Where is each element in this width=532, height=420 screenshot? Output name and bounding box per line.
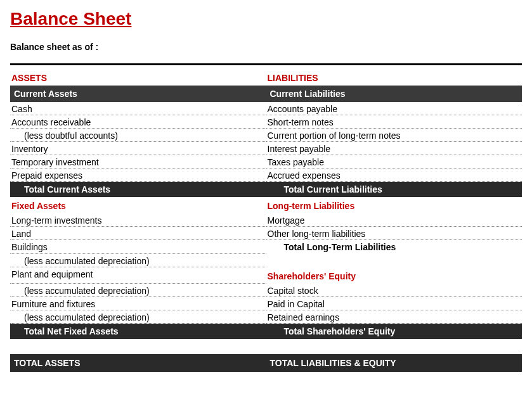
asset-item: Land xyxy=(10,227,266,240)
line-row: (less accumulated depreciation) Retained… xyxy=(10,310,522,324)
line-row: (less accumulated depreciation) xyxy=(10,254,522,267)
spacer xyxy=(10,339,522,354)
line-row: Buildings Total Long-Term Liabilities xyxy=(10,240,522,254)
fixed-longterm-heading-row: Fixed Assets Long-term Liabilities xyxy=(10,197,522,213)
line-row: Cash Accounts payable xyxy=(10,102,522,115)
line-row: Long-term investments Mortgage xyxy=(10,213,522,227)
liability-item: Accounts payable xyxy=(266,102,522,115)
line-row: Furniture and fixtures Paid in Capital xyxy=(10,297,522,310)
asset-item: Furniture and fixtures xyxy=(10,297,266,310)
liability-item: Accrued expenses xyxy=(266,169,522,182)
asset-item: Accounts receivable xyxy=(10,115,266,129)
grand-total-row: TOTAL ASSETS TOTAL LIABILITIES & EQUITY xyxy=(10,354,522,372)
line-row: Plant and equipment Shareholders' Equity xyxy=(10,267,522,284)
liability-item: Short-term notes xyxy=(266,115,522,129)
liability-item: Taxes payable xyxy=(266,155,522,169)
shareholders-equity-heading: Shareholders' Equity xyxy=(266,267,522,284)
top-border xyxy=(10,63,522,65)
equity-item: Capital stock xyxy=(266,284,522,297)
section-headings-row: ASSETS LIABILITIES xyxy=(10,69,522,86)
longterm-liabilities-heading: Long-term Liabilities xyxy=(266,197,522,213)
line-row: Inventory Interest payable xyxy=(10,142,522,155)
current-header-row: Current Assets Current Liabilities xyxy=(10,86,522,102)
total-current-assets: Total Current Assets xyxy=(10,182,266,197)
line-row: Land Other long-term liabilities xyxy=(10,227,522,240)
total-shareholders-equity: Total Shareholders' Equity xyxy=(266,324,522,339)
current-liabilities-header: Current Liabilities xyxy=(266,86,522,102)
total-current-liabilities: Total Current Liabilities xyxy=(266,182,522,197)
asset-item: Cash xyxy=(10,102,266,115)
fixed-assets-heading: Fixed Assets xyxy=(10,197,266,213)
line-row: Accounts receivable Short-term notes xyxy=(10,115,522,129)
line-row: (less doubtful accounts) Current portion… xyxy=(10,129,522,142)
asset-item: Inventory xyxy=(10,142,266,155)
fixed-equity-subtotal-row: Total Net Fixed Assets Total Shareholder… xyxy=(10,324,522,339)
asset-item: Long-term investments xyxy=(10,213,266,227)
line-row: (less accumulated depreciation) Capital … xyxy=(10,284,522,297)
total-net-fixed-assets: Total Net Fixed Assets xyxy=(10,324,266,339)
total-assets: TOTAL ASSETS xyxy=(10,354,266,372)
asset-item: (less accumulated depreciation) xyxy=(10,254,266,267)
asset-item: (less accumulated depreciation) xyxy=(10,310,266,324)
empty-cell xyxy=(266,254,522,267)
liability-item: Mortgage xyxy=(266,213,522,227)
asset-item: Buildings xyxy=(10,240,266,254)
line-row: Prepaid expenses Accrued expenses xyxy=(10,169,522,182)
current-subtotal-row: Total Current Assets Total Current Liabi… xyxy=(10,182,522,197)
asset-item: (less doubtful accounts) xyxy=(10,129,266,142)
total-longterm-liabilities: Total Long-Term Liabilities xyxy=(266,240,522,254)
equity-item: Retained earnings xyxy=(266,310,522,324)
asset-item: (less accumulated depreciation) xyxy=(10,284,266,297)
asset-item: Plant and equipment xyxy=(10,267,266,284)
liability-item: Other long-term liabilities xyxy=(266,227,522,240)
current-assets-header: Current Assets xyxy=(10,86,266,102)
equity-item: Paid in Capital xyxy=(266,297,522,310)
page-title: Balance Sheet xyxy=(10,9,522,29)
liabilities-heading: LIABILITIES xyxy=(266,69,522,86)
line-row: Temporary investment Taxes payable xyxy=(10,155,522,169)
liability-item: Interest payable xyxy=(266,142,522,155)
assets-heading: ASSETS xyxy=(10,69,266,86)
liability-item: Current portion of long-term notes xyxy=(266,129,522,142)
asset-item: Temporary investment xyxy=(10,155,266,169)
as-of-label: Balance sheet as of : xyxy=(10,42,522,52)
asset-item: Prepaid expenses xyxy=(10,169,266,182)
total-liabilities-equity: TOTAL LIABILITIES & EQUITY xyxy=(266,354,522,372)
